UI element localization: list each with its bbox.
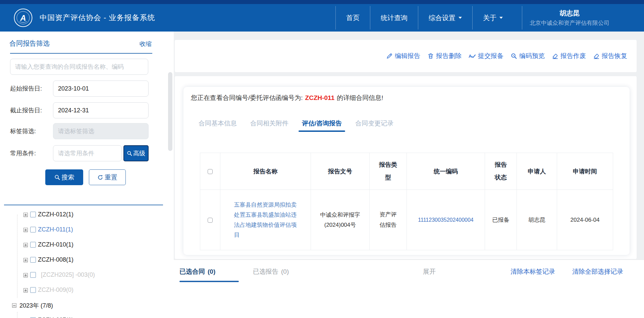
nav-item-label: 统计查询 [381, 13, 408, 22]
submit-report-button[interactable]: A 提交报备 [469, 52, 503, 60]
start-date-input[interactable] [53, 81, 149, 97]
report-table: 报告名称 报告文号 报告类型 统一编码 报告状态 申请人 申请时间 五寨县自然资… [200, 153, 613, 250]
applicant-name: 胡志昆 [517, 190, 557, 250]
tree-item-zczh2025-003[interactable]: [ZCZH2025] -003(0) [0, 268, 168, 283]
expand-link[interactable]: 展开 [423, 267, 436, 276]
filter-sidebar: 合同报告筛选 收缩 起始报告日: 截止报告日: 标签筛选: 常用条件: 高级 搜… [0, 32, 174, 318]
end-date-label: 截止报告日: [10, 106, 42, 114]
expand-plus-icon[interactable] [23, 243, 28, 247]
tree-checkbox[interactable] [30, 242, 36, 248]
expand-plus-icon[interactable] [23, 273, 28, 277]
report-toolbar: 编辑报告 报告删除 A 提交报备 编码预览 [175, 40, 637, 72]
tree-item-label: ZCZH-008(1) [38, 256, 73, 263]
user-menu[interactable]: 胡志昆 北京中诚众和资产评估有限公司 [522, 6, 617, 30]
report-name-link[interactable]: 五寨县自然资源局拟拍卖处置五寨县凯盛加油站违法占地建筑物价值评估项目 [234, 200, 297, 240]
nav-item-label: 综合设置 [429, 13, 455, 22]
svg-text:A: A [20, 13, 26, 22]
toolbar-action-label: 报告作废 [560, 52, 586, 60]
report-status: 已报备 [485, 190, 517, 250]
search-icon [54, 174, 60, 180]
contract-detail-card: 您正在查看合同编号/委托评估函编号为:ZCZH-011的详细合同信息! 合同基本… [175, 76, 637, 259]
unified-code-link[interactable]: 1111230035202400004 [418, 217, 474, 223]
tree-checkbox[interactable] [30, 212, 36, 217]
expand-plus-icon[interactable] [23, 213, 28, 217]
tree-item-zczh-007[interactable]: ZCZH-007(1) [0, 313, 168, 318]
chevron-down-icon [499, 17, 503, 19]
tab-contract-basic-info[interactable]: 合同基本信息 [198, 119, 237, 137]
clear-all-selection-link[interactable]: 清除全部选择记录 [572, 267, 623, 276]
tree-checkbox[interactable] [30, 257, 36, 263]
column-header-apply-time: 申请时间 [557, 153, 613, 190]
report-type: 资产评估报告 [379, 210, 397, 230]
nav-item-home[interactable]: 首页 [335, 6, 370, 30]
refresh-icon [97, 174, 103, 180]
edit-icon [386, 53, 393, 59]
common-condition-input[interactable] [53, 145, 122, 161]
sidebar-scrollbar[interactable] [168, 72, 172, 151]
tree-checkbox[interactable] [30, 287, 36, 293]
tab-label: 合同变更记录 [355, 120, 393, 127]
tree-checkbox[interactable] [30, 272, 36, 278]
notice-suffix: 的详细合同信息! [337, 94, 383, 101]
submit-check-icon: A [469, 53, 476, 59]
column-header-unified-code: 统一编码 [407, 153, 485, 190]
search-button[interactable]: 搜索 [45, 169, 83, 185]
column-header-report-name: 报告名称 [220, 153, 311, 190]
tree-item-label: ZCZH-012(1) [38, 211, 73, 218]
end-date-input[interactable] [53, 102, 149, 118]
nav-item-settings[interactable]: 综合设置 [418, 6, 472, 30]
tab-contract-change-log[interactable]: 合同变更记录 [355, 119, 394, 137]
tree-item-zczh-009[interactable]: ZCZH-009(0) [0, 283, 168, 298]
clear-tag-records-link[interactable]: 清除本标签记录 [511, 267, 555, 276]
expand-plus-icon[interactable] [23, 288, 28, 293]
tree-item-zczh-008[interactable]: ZCZH-008(1) [0, 253, 168, 268]
restore-report-button[interactable]: 报告恢复 [593, 52, 627, 60]
titlebar-strip [0, 0, 644, 4]
app-header: A 中国资产评估协会 - 业务报备系统 首页 统计查询 综合设置 关于 胡志昆 … [0, 4, 644, 32]
notice-prefix: 您正在查看合同编号/委托评估函编号为: [191, 94, 303, 101]
apply-time: 2024-06-04 [557, 190, 613, 250]
tag-filter-label: 标签筛选: [10, 127, 36, 135]
user-name: 胡志昆 [559, 9, 580, 18]
eraser-icon [552, 53, 558, 59]
edit-report-button[interactable]: 编辑报告 [386, 52, 420, 60]
page-title: 中国资产评估协会 - 业务报备系统 [40, 13, 155, 23]
void-report-button[interactable]: 报告作废 [552, 52, 586, 60]
expand-plus-icon[interactable] [23, 228, 28, 232]
tab-label: 合同相关附件 [250, 120, 288, 127]
select-all-checkbox[interactable] [208, 169, 213, 174]
detail-tabs: 合同基本信息 合同相关附件 评估/咨询报告 合同变更记录 [198, 119, 394, 137]
eraser-icon [593, 53, 600, 59]
tag-filter-input[interactable] [53, 123, 149, 139]
tab-contract-attachments[interactable]: 合同相关附件 [250, 119, 289, 137]
column-header-report-type: 报告类型 [370, 153, 407, 190]
nav-item-label: 首页 [346, 13, 360, 22]
nav-item-statistics[interactable]: 统计查询 [370, 6, 418, 30]
tree-group-2023[interactable]: 2023年 (7/8) [0, 298, 168, 313]
contract-detail-panel: 您正在查看合同编号/委托评估函编号为:ZCZH-011的详细合同信息! 合同基本… [183, 87, 630, 255]
main-nav: 首页 统计查询 综合设置 关于 [335, 6, 513, 30]
title-underline [10, 53, 152, 54]
expand-plus-icon[interactable] [23, 258, 28, 262]
tree-checkbox[interactable] [30, 227, 36, 232]
viewing-notice: 您正在查看合同编号/委托评估函编号为:ZCZH-011的详细合同信息! [191, 94, 383, 102]
collapse-link[interactable]: 收缩 [140, 40, 152, 48]
code-preview-button[interactable]: 编码预览 [511, 52, 545, 60]
trash-icon [427, 53, 434, 59]
tab-appraisal-reports[interactable]: 评估/咨询报告 [301, 119, 342, 137]
tree-item-zczh-010[interactable]: ZCZH-010(1) [0, 237, 168, 253]
nav-item-about[interactable]: 关于 [472, 6, 513, 30]
selected-reports-tab[interactable]: 已选报告(0) [253, 267, 289, 276]
selected-contracts-tab[interactable]: 已选合同(0) [179, 267, 215, 276]
delete-report-button[interactable]: 报告删除 [427, 52, 462, 60]
advanced-search-button[interactable]: 高级 [123, 145, 149, 161]
reset-button[interactable]: 重置 [89, 169, 126, 185]
keyword-search-input[interactable] [10, 59, 148, 75]
toolbar-action-label: 提交报备 [478, 52, 503, 60]
row-checkbox[interactable] [208, 218, 213, 223]
table-header-row: 报告名称 报告文号 报告类型 统一编码 报告状态 申请人 申请时间 [200, 153, 613, 190]
tree-item-zczh-011[interactable]: ZCZH-011(1) [0, 222, 168, 237]
magnifier-icon [511, 53, 517, 59]
collapse-minus-icon[interactable] [12, 303, 16, 308]
tree-item-zczh-012[interactable]: ZCZH-012(1) [0, 207, 168, 222]
